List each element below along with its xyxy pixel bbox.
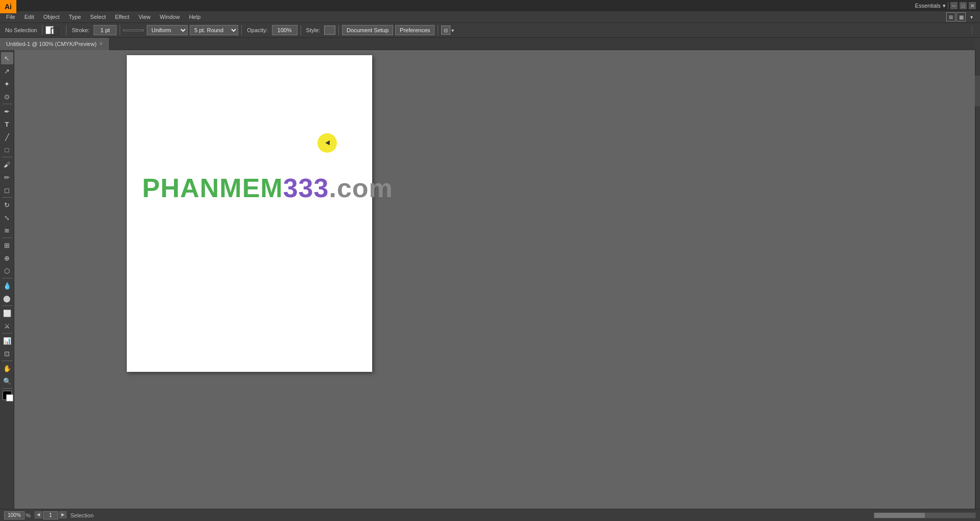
progress-fill <box>874 513 925 518</box>
artboard: PHANMEM333.com <box>127 55 372 372</box>
maximize-button[interactable]: □ <box>960 2 967 9</box>
arrange-icon: ⊞ <box>946 12 955 21</box>
mode-label: Selection <box>71 512 94 518</box>
toolbar-sep-7 <box>438 25 438 35</box>
eyedropper-tool[interactable]: 💧 <box>1 279 13 292</box>
logo-container: PHANMEM333.com <box>142 173 393 203</box>
scale-tool[interactable]: ⤡ <box>1 211 13 224</box>
tool-sep-2 <box>2 157 12 157</box>
graph-tool[interactable]: 📊 <box>1 335 13 347</box>
warp-tool[interactable]: ≋ <box>1 224 13 236</box>
workspace-icon: ▦ <box>956 12 966 21</box>
toolbar-sep-1 <box>42 25 42 35</box>
page-input[interactable] <box>43 511 58 519</box>
document-setup-button[interactable]: Document Setup <box>342 25 393 35</box>
perspective-tool[interactable]: ⬡ <box>1 265 13 277</box>
close-button[interactable]: ✕ <box>969 2 976 9</box>
logo-text-purple: 333 <box>283 173 329 203</box>
prev-page-button[interactable]: ◀ <box>35 511 42 518</box>
artboard-tool[interactable]: ⊡ <box>1 347 13 360</box>
zoom-control: % <box>4 511 31 519</box>
pencil-tool[interactable]: ✏ <box>1 171 13 183</box>
opacity-input[interactable] <box>272 25 298 35</box>
tool-sep-4 <box>2 238 12 238</box>
document-tab-title: Untitled-1 @ 100% (CMYK/Preview) <box>6 41 97 47</box>
next-page-button[interactable]: ▶ <box>59 511 66 518</box>
lasso-tool[interactable]: ⊙ <box>1 90 13 103</box>
left-toolbox: ↖ ↗ ✦ ⊙ ✒ T ╱ □ 🖌 ✏ ◻ ↻ ⤡ ≋ ⊞ ⊕ ⬡ 💧 ⬤ ⬜ … <box>0 50 14 509</box>
workspace-dropdown-icon[interactable]: ▾ <box>943 3 946 9</box>
tab-bar: Untitled-1 @ 100% (CMYK/Preview) × <box>0 38 980 50</box>
document-tab[interactable]: Untitled-1 @ 100% (CMYK/Preview) × <box>0 38 109 50</box>
direct-selection-tool[interactable]: ↗ <box>1 65 13 77</box>
shape-builder-tool[interactable]: ⊕ <box>1 252 13 264</box>
right-panel-strip <box>975 50 980 509</box>
ai-logo: Ai <box>0 0 16 13</box>
color-controls <box>3 391 12 400</box>
slice-tool[interactable]: ⚔ <box>1 320 13 332</box>
magic-wand-tool[interactable]: ✦ <box>1 78 13 90</box>
essentials-workspace[interactable]: Essentials ▾ ─ □ ✕ <box>915 2 976 9</box>
menu-window[interactable]: Window <box>156 13 184 21</box>
toolbar-sep-2 <box>66 25 66 35</box>
progress-bar <box>874 512 976 518</box>
foreground-color[interactable] <box>3 391 12 400</box>
tool-sep-6 <box>2 305 12 306</box>
rotate-tool[interactable]: ↻ <box>1 199 13 211</box>
type-tool[interactable]: T <box>1 118 13 130</box>
menu-view[interactable]: View <box>134 13 155 21</box>
page-nav: ◀ ▶ <box>35 511 66 519</box>
menu-bar: File Edit Object Type Select Effect View… <box>0 11 980 22</box>
selection-tool[interactable]: ↖ <box>1 52 13 64</box>
tool-sep-9 <box>2 388 12 389</box>
toolbar: No Selection Stroke: Uniform 5 pt. Round… <box>0 22 980 38</box>
stroke-swatch[interactable] <box>51 28 59 36</box>
tool-sep-8 <box>2 361 12 361</box>
live-paint-tool[interactable]: ⬜ <box>1 307 13 319</box>
more-icon: ▾ <box>967 12 976 21</box>
doc-area: ↖ ↗ ✦ ⊙ ✒ T ╱ □ 🖌 ✏ ◻ ↻ ⤡ ≋ ⊞ ⊕ ⬡ 💧 ⬤ ⬜ … <box>0 50 980 509</box>
document-tab-close[interactable]: × <box>100 41 103 46</box>
menu-help[interactable]: Help <box>185 13 205 21</box>
pen-tool[interactable]: ✒ <box>1 105 13 117</box>
menu-type[interactable]: Type <box>65 13 85 21</box>
line-tool[interactable]: ╱ <box>1 131 13 143</box>
canvas-area[interactable]: PHANMEM333.com <box>14 50 980 509</box>
tool-sep-7 <box>2 333 12 334</box>
opacity-label: Opacity: <box>245 27 269 33</box>
panel-arrow[interactable]: ▾ <box>451 28 454 33</box>
toolbar-sep-4 <box>241 25 242 35</box>
minimize-button[interactable]: ─ <box>950 2 958 9</box>
logo-text-green: PHANMEM <box>142 173 283 203</box>
menu-file[interactable]: File <box>2 13 19 21</box>
menu-select[interactable]: Select <box>86 13 110 21</box>
stroke-style-select[interactable]: Uniform <box>147 25 188 35</box>
toolbar-sep-5 <box>301 25 301 35</box>
menu-effect[interactable]: Effect <box>111 13 133 21</box>
hand-tool[interactable]: ✋ <box>1 362 13 374</box>
tool-sep-5 <box>2 278 12 278</box>
menu-object[interactable]: Object <box>39 13 64 21</box>
stroke-label: Stroke: <box>70 27 92 33</box>
style-label: Style: <box>304 27 323 33</box>
preferences-button[interactable]: Preferences <box>395 25 435 35</box>
eraser-tool[interactable]: ◻ <box>1 184 13 196</box>
menu-edit[interactable]: Edit <box>20 13 38 21</box>
rect-tool[interactable]: □ <box>1 144 13 156</box>
paintbrush-tool[interactable]: 🖌 <box>1 158 13 171</box>
free-transform-tool[interactable]: ⊞ <box>1 239 13 251</box>
selection-label: No Selection <box>3 27 39 33</box>
stroke-end-select[interactable]: 5 pt. Round <box>190 25 238 35</box>
right-collapse[interactable] <box>972 26 977 35</box>
panel-toggle[interactable]: ⊟ <box>441 26 450 35</box>
style-swatch[interactable] <box>324 26 335 35</box>
zoom-percent: % <box>26 512 31 518</box>
tab-bar-right <box>975 38 980 50</box>
zoom-input[interactable] <box>4 511 25 519</box>
logo-text-gray: .com <box>329 173 393 203</box>
stroke-weight-input[interactable] <box>94 25 117 35</box>
tool-sep-1 <box>2 104 12 104</box>
blend-tool[interactable]: ⬤ <box>1 292 13 304</box>
background-color[interactable] <box>6 394 13 401</box>
zoom-tool[interactable]: 🔍 <box>1 375 13 387</box>
